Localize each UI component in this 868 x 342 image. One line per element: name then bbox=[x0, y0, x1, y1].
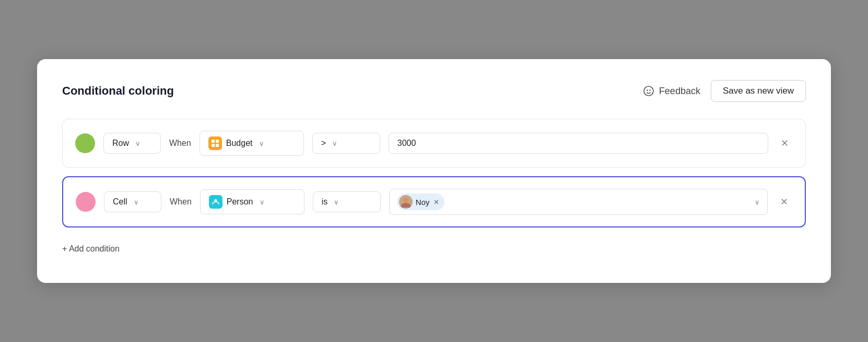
budget-field-dropdown[interactable]: Budget ∨ bbox=[200, 131, 304, 156]
cell-type-dropdown[interactable]: Cell ∨ bbox=[104, 191, 161, 212]
svg-point-2 bbox=[650, 90, 650, 90]
noy-name-label: Noy bbox=[416, 198, 430, 207]
svg-rect-5 bbox=[212, 144, 215, 147]
budget-icon bbox=[208, 136, 222, 150]
noy-dropdown-chevron: ∨ bbox=[755, 198, 760, 206]
color-dot-green[interactable] bbox=[75, 133, 95, 153]
svg-rect-3 bbox=[212, 140, 215, 143]
svg-point-9 bbox=[403, 198, 408, 203]
person-field-icon bbox=[212, 198, 220, 206]
when-label-1: When bbox=[169, 139, 191, 148]
noy-chip: Noy ✕ bbox=[397, 193, 445, 210]
cell-type-label: Cell bbox=[113, 197, 127, 207]
panel-header: Conditional coloring Feedback Save as ne… bbox=[62, 80, 806, 102]
row-type-label: Row bbox=[112, 139, 129, 148]
svg-point-1 bbox=[647, 90, 648, 90]
person-field-label: Person bbox=[227, 197, 253, 207]
row-type-chevron: ∨ bbox=[135, 140, 140, 147]
person-field-chevron: ∨ bbox=[260, 198, 265, 206]
operator-chevron-2: ∨ bbox=[334, 198, 339, 206]
person-icon bbox=[209, 195, 222, 209]
remove-condition-1-button[interactable]: ✕ bbox=[777, 135, 793, 151]
conditional-coloring-panel: Conditional coloring Feedback Save as ne… bbox=[37, 59, 831, 283]
budget-field-chevron: ∨ bbox=[259, 140, 264, 147]
person-value-dropdown[interactable]: Noy ✕ ∨ bbox=[389, 189, 768, 215]
operator-label-2: is bbox=[322, 197, 328, 207]
feedback-icon bbox=[642, 85, 655, 97]
budget-field-label: Budget bbox=[226, 139, 253, 148]
remove-condition-2-button[interactable]: ✕ bbox=[776, 194, 792, 210]
color-dot-pink[interactable] bbox=[76, 192, 96, 212]
value-input-1: 3000 bbox=[397, 139, 759, 148]
header-actions: Feedback Save as new view bbox=[642, 80, 806, 102]
condition-row-2: Cell ∨ When Person ∨ is ∨ bbox=[62, 176, 806, 227]
when-label-2: When bbox=[170, 197, 192, 207]
svg-point-0 bbox=[644, 86, 653, 96]
operator-label-1: > bbox=[321, 139, 326, 148]
person-field-dropdown[interactable]: Person ∨ bbox=[200, 189, 304, 214]
add-condition-button[interactable]: + Add condition bbox=[62, 240, 120, 258]
svg-rect-4 bbox=[216, 140, 219, 143]
row-type-dropdown[interactable]: Row ∨ bbox=[103, 133, 161, 154]
cell-type-chevron: ∨ bbox=[134, 198, 139, 206]
save-as-new-view-button[interactable]: Save as new view bbox=[711, 80, 806, 102]
operator-chevron-1: ∨ bbox=[332, 140, 337, 147]
operator-dropdown-1[interactable]: > ∨ bbox=[312, 133, 380, 154]
value-dropdown-1[interactable]: 3000 bbox=[389, 133, 768, 154]
feedback-button[interactable]: Feedback bbox=[642, 85, 700, 97]
panel-title: Conditional coloring bbox=[62, 84, 174, 98]
condition-row-1: Row ∨ When Budget ∨ > ∨ 3000 ✕ bbox=[62, 119, 806, 168]
noy-remove-button[interactable]: ✕ bbox=[433, 198, 439, 206]
svg-rect-6 bbox=[216, 144, 219, 147]
noy-avatar-svg bbox=[399, 195, 413, 209]
noy-avatar bbox=[399, 195, 413, 209]
operator-dropdown-2[interactable]: is ∨ bbox=[313, 191, 381, 212]
budget-grid-icon bbox=[211, 139, 219, 147]
feedback-label: Feedback bbox=[659, 86, 700, 97]
